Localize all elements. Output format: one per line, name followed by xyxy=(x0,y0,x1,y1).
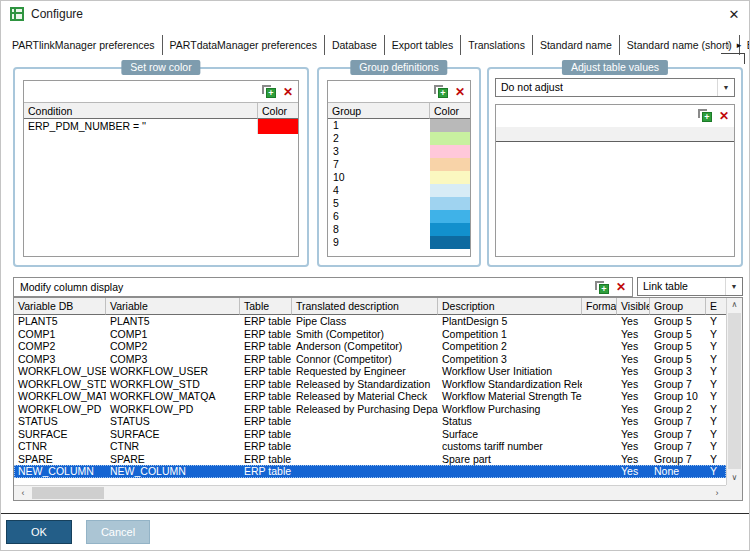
table-cell: Workflow Purchasing xyxy=(438,403,582,416)
table-cell xyxy=(582,415,617,428)
table-cell xyxy=(582,465,617,478)
color-swatch[interactable] xyxy=(430,197,470,210)
tab-scroll-left-icon[interactable]: ◂ xyxy=(721,39,733,52)
group-row[interactable]: 6 xyxy=(328,210,470,223)
color-column-header[interactable]: Color xyxy=(258,103,298,119)
table-cell: CTNR xyxy=(106,440,240,453)
group-row[interactable]: 5 xyxy=(328,197,470,210)
column-header-table[interactable]: Table xyxy=(240,298,292,315)
link-table-dropdown[interactable]: Link table ▼ xyxy=(637,277,743,296)
table-row[interactable]: NEW_COLUMNNEW_COLUMNERP tableYesNoneY xyxy=(14,465,726,478)
group-color-column-header[interactable]: Color xyxy=(430,103,470,119)
group-column-header[interactable]: Group xyxy=(328,103,430,119)
vertical-scroll-thumb[interactable] xyxy=(728,313,741,469)
group-row[interactable]: 9 xyxy=(328,236,470,249)
group-row[interactable]: 4 xyxy=(328,184,470,197)
delete-group-icon[interactable]: ✕ xyxy=(455,86,465,98)
delete-column-icon[interactable]: ✕ xyxy=(616,281,626,293)
condition-column-header[interactable]: Condition xyxy=(24,103,258,119)
color-swatch[interactable] xyxy=(430,171,470,184)
horizontal-scrollbar[interactable]: ‹ › xyxy=(14,485,726,500)
scroll-right-icon[interactable]: › xyxy=(710,486,724,500)
group-row[interactable]: 1 xyxy=(328,119,470,132)
table-row[interactable]: WORKFLOW_USERWORKFLOW_USERERP tableReque… xyxy=(14,365,726,378)
cancel-button[interactable]: Cancel xyxy=(86,520,150,544)
configure-dialog: Configure ✕ PARTlinkManager preferencesP… xyxy=(0,0,750,551)
table-cell xyxy=(292,453,438,466)
table-row[interactable]: CTNRCTNRERP tablecustoms tariff numberYe… xyxy=(14,440,726,453)
table-row[interactable]: COMP1COMP1ERP tableSmith (Competitor)Com… xyxy=(14,328,726,341)
color-swatch[interactable] xyxy=(430,210,470,223)
add-adjust-icon[interactable]: + xyxy=(698,109,712,122)
table-cell: Released by Standardization xyxy=(292,378,438,391)
column-header-variable[interactable]: Variable xyxy=(106,298,240,315)
table-row[interactable]: COMP2COMP2ERP tableAnderson (Competitor)… xyxy=(14,340,726,353)
tab-scroll-right-icon[interactable]: ▸ xyxy=(733,39,745,52)
table-row[interactable]: SPARESPAREERP tableSpare partYesGroup 7Y xyxy=(14,453,726,466)
scroll-left-icon[interactable]: ‹ xyxy=(16,486,30,500)
table-row[interactable]: WORKFLOW_STDWORKFLOW_STDERP tableRelease… xyxy=(14,378,726,391)
table-cell: Smith (Competitor) xyxy=(292,328,438,341)
table-row[interactable]: PLANT5PLANT5ERP tablePipe ClassPlantDesi… xyxy=(14,315,726,328)
group-row[interactable]: 7 xyxy=(328,158,470,171)
group-row[interactable]: 3 xyxy=(328,145,470,158)
group-number: 4 xyxy=(328,184,430,197)
color-swatch[interactable] xyxy=(430,236,470,249)
set-row-color-title: Set row color xyxy=(121,60,200,75)
group-number: 5 xyxy=(328,197,430,210)
tab-partdatamanager-preferences[interactable]: PARTdataManager preferences xyxy=(163,35,325,55)
scroll-up-icon[interactable]: ∧ xyxy=(727,298,742,312)
column-header-visible[interactable]: Visible xyxy=(617,298,650,315)
table-row[interactable]: SURFACESURFACEERP tableSurfaceYesGroup 7… xyxy=(14,428,726,441)
tabbar-edge-line xyxy=(744,54,745,64)
ok-button[interactable]: OK xyxy=(6,520,72,544)
horizontal-scroll-thumb[interactable] xyxy=(32,487,104,499)
table-row[interactable]: WORKFLOW_PDWORKFLOW_PDERP tableReleased … xyxy=(14,403,726,416)
column-header-translated-description[interactable]: Translated description xyxy=(292,298,438,315)
add-row-icon[interactable]: + xyxy=(262,85,276,98)
add-column-icon[interactable]: + xyxy=(595,281,609,294)
table-cell: Yes xyxy=(617,390,650,403)
group-row[interactable]: 10 xyxy=(328,171,470,184)
table-cell xyxy=(582,378,617,391)
tab-database[interactable]: Database xyxy=(325,35,385,55)
group-definitions-title: Group definitions xyxy=(350,60,447,75)
delete-adjust-icon[interactable]: ✕ xyxy=(719,110,729,122)
table-row[interactable]: COMP3COMP3ERP tableConnor (Competitor)Co… xyxy=(14,353,726,366)
column-header-format[interactable]: Format xyxy=(582,298,617,315)
color-swatch[interactable] xyxy=(258,119,298,134)
vertical-scrollbar[interactable]: ∧ ∨ xyxy=(726,298,742,485)
group-row[interactable]: 2 xyxy=(328,132,470,145)
table-cell: customs tariff number xyxy=(438,440,582,453)
adjust-mode-dropdown[interactable]: Do not adjust ▼ xyxy=(495,78,735,97)
add-group-icon[interactable]: + xyxy=(434,85,448,98)
tab-translations[interactable]: Translations xyxy=(461,35,533,55)
color-swatch[interactable] xyxy=(430,158,470,171)
group-row[interactable]: 8 xyxy=(328,223,470,236)
table-cell: Y xyxy=(706,315,726,328)
tab-standard-name[interactable]: Standard name xyxy=(533,35,620,55)
close-icon[interactable]: ✕ xyxy=(725,6,743,24)
color-swatch[interactable] xyxy=(430,119,470,132)
tab-partlinkmanager-preferences[interactable]: PARTlinkManager preferences xyxy=(5,35,163,55)
table-cell: Group 7 xyxy=(650,378,706,391)
table-row[interactable]: WORKFLOW_MATQAWORKFLOW_MATQAERP tableRel… xyxy=(14,390,726,403)
table-cell xyxy=(582,365,617,378)
column-header-e[interactable]: E xyxy=(706,298,726,315)
column-header-group[interactable]: Group xyxy=(650,298,706,315)
table-cell: ERP table xyxy=(240,465,292,478)
scroll-down-icon[interactable]: ∨ xyxy=(727,471,742,485)
color-swatch[interactable] xyxy=(430,223,470,236)
condition-row[interactable]: ERP_PDM_NUMBER = '' xyxy=(24,119,298,134)
table-row[interactable]: STATUSSTATUSERP tableStatusYesGroup 7Y xyxy=(14,415,726,428)
table-cell xyxy=(582,453,617,466)
color-swatch[interactable] xyxy=(430,145,470,158)
table-cell: ERP table xyxy=(240,340,292,353)
column-header-description[interactable]: Description xyxy=(438,298,582,315)
table-cell: Y xyxy=(706,378,726,391)
color-swatch[interactable] xyxy=(430,132,470,145)
color-swatch[interactable] xyxy=(430,184,470,197)
column-header-variable-db[interactable]: Variable DB xyxy=(14,298,106,315)
delete-row-icon[interactable]: ✕ xyxy=(283,86,293,98)
tab-export-tables[interactable]: Export tables xyxy=(385,35,461,55)
